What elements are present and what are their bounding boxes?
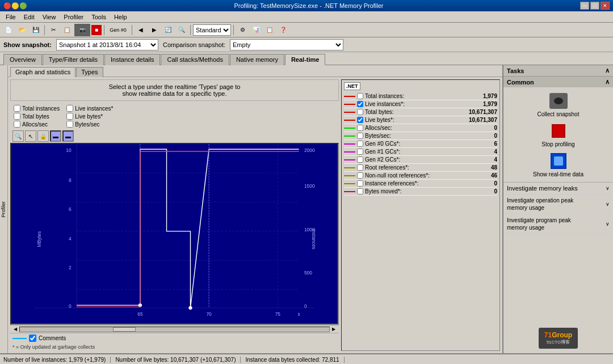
maximize-button[interactable]: □ (590, 2, 599, 10)
cb-live-instances[interactable]: Live instances* (66, 105, 113, 112)
toolbar-sep3 (132, 25, 132, 35)
stat-cb-6[interactable] (357, 141, 363, 147)
stat-value-11: 0 (463, 180, 497, 187)
sub-tab-types[interactable]: Types (76, 67, 103, 77)
footnote: * = Only updated at garbage collects (10, 343, 339, 351)
cb-total-instances[interactable]: Total instances (14, 105, 60, 112)
cb-allocs-sec-input[interactable] (14, 121, 20, 128)
toolbar-gen0[interactable]: Gen #0 (107, 24, 129, 36)
tool-bar1[interactable]: ▬ (50, 130, 61, 142)
cb-total-bytes[interactable]: Total bytes (14, 113, 60, 120)
toolbar-settings[interactable]: ⚙ (236, 24, 249, 36)
svg-text:2: 2 (69, 265, 72, 270)
stat-cb-0[interactable] (357, 93, 363, 99)
stat-cb-3[interactable] (357, 117, 363, 123)
tool-cursor[interactable]: ↖ (25, 130, 36, 142)
cb-bytes-sec-input[interactable] (66, 121, 73, 128)
menu-profiler[interactable]: Profiler (60, 12, 87, 22)
close-button[interactable]: ✕ (601, 2, 610, 10)
status-live-bytes: Number of live bytes: 10,671,307 (+10,67… (115, 357, 241, 363)
stat-cb-9[interactable] (357, 164, 363, 171)
stat-cb-4[interactable] (357, 125, 363, 131)
stat-row-10: Non-null root references*: 46 (344, 172, 497, 180)
net-badge: .NET (344, 82, 360, 90)
side-panel-profiler[interactable]: Profiler (0, 200, 7, 219)
common-section-header[interactable]: Common ∧ (503, 77, 613, 87)
scroll-left[interactable]: ◀ (11, 326, 19, 333)
cb-bytes-sec[interactable]: Bytes/sec (66, 121, 113, 128)
tab-native-memory[interactable]: Native memory (230, 54, 284, 65)
toolbar-snapshot[interactable]: 📷 (74, 24, 90, 36)
tab-instance-details[interactable]: Instance details (104, 54, 160, 65)
stat-cb-5[interactable] (357, 133, 363, 139)
sub-tab-graph[interactable]: Graph and statistics (10, 67, 75, 77)
menu-edit[interactable]: Edit (20, 12, 38, 22)
cb-live-bytes-input[interactable] (66, 113, 73, 120)
stat-cb-12[interactable] (357, 188, 363, 194)
snapshot-bar: Show snapshot: Snapshot 1 at 2013/8/1 16… (0, 37, 613, 52)
comparison-select[interactable]: Empty (230, 39, 343, 50)
stat-cb-11[interactable] (357, 180, 363, 187)
menu-file[interactable]: File (2, 12, 19, 22)
toolbar-cut[interactable]: ✂ (47, 24, 60, 36)
cb-total-instances-input[interactable] (14, 105, 20, 112)
stat-cb-2[interactable] (357, 109, 363, 115)
investigate-program[interactable]: Investigate program peakmemory usage ∨ (503, 214, 613, 234)
cb-total-bytes-input[interactable] (14, 113, 20, 120)
toolbar-zoom[interactable]: 🔍 (175, 24, 188, 36)
investigate-operation[interactable]: Investigate operation peakmemory usage ∨ (503, 194, 613, 214)
toolbar-report[interactable]: 📋 (263, 24, 276, 36)
stat-row-8: Gen #2 GCs*: 4 (344, 156, 497, 164)
collect-snapshot-task[interactable]: Collect snapshot (538, 92, 580, 117)
menu-tools[interactable]: Tools (88, 12, 110, 22)
stat-cb-8[interactable] (357, 156, 363, 163)
stat-cb-7[interactable] (357, 149, 363, 155)
tool-bar2[interactable]: ▬ (62, 130, 74, 142)
tool-lock[interactable]: 🔒 (37, 130, 49, 142)
tab-callstacks[interactable]: Call stacks/Methods (161, 54, 229, 65)
toolbar-stop[interactable]: ■ (91, 25, 102, 35)
investigate-memory-leaks[interactable]: Investigate memory leaks ∨ (503, 183, 613, 194)
tool-zoom[interactable]: 🔍 (12, 130, 24, 142)
stat-cb-10[interactable] (357, 172, 363, 179)
comments-row: Comments (10, 333, 339, 343)
cb-allocs-sec[interactable]: Allocs/sec (14, 121, 60, 128)
snapshot-select[interactable]: Snapshot 1 at 2013/8/1 16:04 (56, 39, 158, 50)
toolbar-refresh[interactable]: 🔄 (162, 24, 174, 36)
svg-text:10: 10 (66, 147, 72, 153)
window-title: Profiling: TestMemorySize.exe - .NET Mem… (37, 2, 580, 9)
stat-row-12: Bytes moved*: 0 (344, 188, 497, 196)
toolbar-profile[interactable]: 📊 (250, 24, 262, 36)
toolbar-standard-select[interactable]: Standard (193, 24, 231, 36)
comparison-label: Comparison snapshot: (163, 41, 225, 48)
scrollbar[interactable]: ◀ ▶ (10, 325, 339, 333)
toolbar-copy[interactable]: 📋 (61, 24, 73, 36)
tab-overview[interactable]: Overview (3, 54, 42, 65)
stat-row-6: Gen #0 GCs*: 6 (344, 140, 497, 148)
tasks-collapse[interactable]: ∧ (605, 67, 610, 74)
stop-profiling-task[interactable]: Stop profiling (541, 122, 574, 147)
toolbar-save[interactable]: 💾 (30, 24, 42, 36)
menu-view[interactable]: View (39, 12, 60, 22)
toolbar-fwd[interactable]: ▶ (148, 24, 161, 36)
toolbar-new[interactable]: 📄 (2, 24, 15, 36)
minimize-button[interactable]: ─ (580, 2, 589, 10)
comments-checkbox[interactable] (29, 335, 36, 342)
stat-value-1: 1,979 (463, 101, 497, 107)
stat-cb-1[interactable] (357, 101, 363, 107)
stat-label-3: Live bytes*: (365, 117, 461, 123)
menu-help[interactable]: Help (111, 12, 131, 22)
collect-snapshot-label: Collect snapshot (538, 111, 580, 117)
tab-type-filter[interactable]: Type/Filter details (43, 54, 104, 65)
stat-label-6: Gen #0 GCs*: (365, 141, 461, 147)
scrollbar-track[interactable] (19, 327, 330, 332)
tab-realtime[interactable]: Real-time (285, 54, 326, 65)
toolbar-back[interactable]: ◀ (135, 24, 147, 36)
toolbar-help[interactable]: ❓ (277, 24, 289, 36)
toolbar-open[interactable]: 📂 (16, 24, 28, 36)
scrollbar-thumb[interactable] (113, 327, 136, 332)
show-realtime-task[interactable]: Show real-time data (533, 152, 583, 177)
cb-live-bytes[interactable]: Live bytes* (66, 113, 113, 120)
scroll-right[interactable]: ▶ (330, 326, 338, 333)
cb-live-instances-input[interactable] (66, 105, 73, 112)
